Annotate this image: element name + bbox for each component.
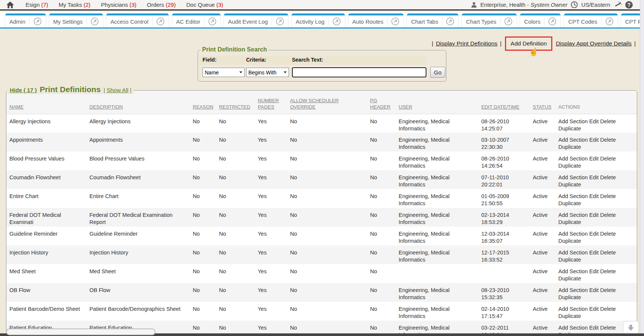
column-header[interactable]: REASON bbox=[190, 91, 216, 114]
open-in-window-icon[interactable] bbox=[391, 17, 399, 26]
help-icon[interactable]: ? bbox=[625, 1, 633, 9]
tab[interactable]: Audit Event Log bbox=[224, 14, 288, 27]
delete-link[interactable]: Delete bbox=[600, 268, 616, 274]
duplicate-link[interactable]: Duplicate bbox=[558, 219, 581, 225]
duplicate-link[interactable]: Duplicate bbox=[558, 257, 581, 263]
open-in-window-icon[interactable] bbox=[33, 17, 42, 26]
open-in-window-icon[interactable] bbox=[91, 17, 99, 26]
more-tabs-button[interactable] bbox=[623, 321, 639, 334]
edit-link[interactable]: Edit bbox=[589, 306, 599, 312]
delete-link[interactable]: Delete bbox=[600, 137, 616, 143]
home-icon[interactable] bbox=[6, 1, 14, 9]
open-in-window-icon[interactable] bbox=[446, 17, 454, 26]
column-header[interactable]: ACTIONS bbox=[555, 91, 637, 114]
edit-link[interactable]: Edit bbox=[589, 231, 599, 237]
go-button[interactable]: Go bbox=[430, 67, 445, 78]
search-text-input[interactable] bbox=[292, 67, 426, 77]
column-header[interactable]: NUMBER PAGES bbox=[255, 91, 287, 114]
top-nav-item[interactable]: My Tasks (2) bbox=[59, 2, 91, 8]
tab[interactable]: Chart Types bbox=[462, 14, 517, 27]
add-section-link[interactable]: Add Section bbox=[558, 268, 588, 274]
show-all-link[interactable]: Show All bbox=[107, 87, 128, 93]
edit-link[interactable]: Edit bbox=[589, 325, 599, 331]
top-nav-item[interactable]: Orders (29) bbox=[147, 2, 176, 8]
add-section-link[interactable]: Add Section bbox=[558, 118, 588, 124]
open-in-window-icon[interactable] bbox=[504, 17, 512, 26]
column-header[interactable]: EDIT DATE/TIME bbox=[478, 91, 530, 114]
add-section-link[interactable]: Add Section bbox=[558, 174, 588, 180]
column-header[interactable]: ALLOW SCHEDULER OVERRIDE bbox=[287, 91, 367, 114]
column-header[interactable]: PG HEADER bbox=[367, 91, 396, 114]
vertical-scrollbar[interactable] bbox=[640, 0, 644, 336]
add-section-link[interactable]: Add Section bbox=[558, 306, 588, 312]
duplicate-link[interactable]: Duplicate bbox=[558, 294, 581, 300]
open-in-window-icon[interactable] bbox=[156, 17, 165, 26]
duplicate-link[interactable]: Duplicate bbox=[558, 275, 581, 282]
edit-link[interactable]: Edit bbox=[589, 118, 599, 124]
duplicate-link[interactable]: Duplicate bbox=[558, 144, 581, 150]
tab[interactable]: Activity Log bbox=[292, 14, 345, 27]
delete-link[interactable]: Delete bbox=[600, 174, 616, 180]
tab[interactable]: My Settings bbox=[49, 14, 103, 27]
add-section-link[interactable]: Add Section bbox=[558, 287, 588, 293]
top-nav-item[interactable]: Esign (7) bbox=[26, 2, 48, 8]
delete-link[interactable]: Delete bbox=[600, 156, 616, 162]
column-header[interactable]: NAME bbox=[6, 91, 86, 114]
duplicate-link[interactable]: Duplicate bbox=[558, 163, 581, 169]
display-appt-override-details-link[interactable]: Display Appt Override Details bbox=[556, 40, 632, 47]
add-section-link[interactable]: Add Section bbox=[558, 212, 588, 218]
hide-link[interactable]: Hide ( 17 ) bbox=[10, 87, 37, 93]
edit-link[interactable]: Edit bbox=[589, 212, 599, 218]
tab[interactable]: Access Control bbox=[106, 14, 169, 27]
delete-link[interactable]: Delete bbox=[600, 306, 616, 312]
add-section-link[interactable]: Add Section bbox=[558, 156, 588, 162]
column-header[interactable]: USER bbox=[396, 91, 478, 114]
add-section-link[interactable]: Add Section bbox=[558, 137, 588, 143]
edit-link[interactable]: Edit bbox=[589, 174, 599, 180]
edit-link[interactable]: Edit bbox=[589, 137, 599, 143]
add-section-link[interactable]: Add Section bbox=[558, 231, 588, 237]
tab[interactable]: Colors bbox=[520, 14, 561, 27]
duplicate-link[interactable]: Duplicate bbox=[558, 238, 581, 244]
tab[interactable]: AC Editor bbox=[172, 14, 221, 27]
column-header[interactable]: RESTRICTED bbox=[216, 91, 255, 114]
duplicate-link[interactable]: Duplicate bbox=[558, 182, 581, 188]
add-section-link[interactable]: Add Section bbox=[558, 325, 588, 331]
open-in-window-icon[interactable] bbox=[276, 17, 284, 26]
open-in-window-icon[interactable] bbox=[605, 17, 614, 26]
tab[interactable]: Chart Tabs bbox=[407, 14, 458, 27]
delete-link[interactable]: Delete bbox=[600, 118, 616, 124]
add-section-link[interactable]: Add Section bbox=[558, 193, 588, 199]
delete-link[interactable]: Delete bbox=[600, 231, 616, 237]
delete-link[interactable]: Delete bbox=[600, 287, 616, 293]
magic-wand-icon[interactable] bbox=[614, 1, 622, 9]
top-nav-item[interactable]: Doc Queue (3) bbox=[186, 2, 223, 8]
clock-icon[interactable] bbox=[571, 1, 578, 8]
duplicate-link[interactable]: Duplicate bbox=[558, 126, 581, 132]
edit-link[interactable]: Edit bbox=[589, 250, 599, 256]
open-in-window-icon[interactable] bbox=[548, 17, 556, 26]
duplicate-link[interactable]: Duplicate bbox=[558, 313, 581, 319]
open-in-window-icon[interactable] bbox=[208, 17, 216, 26]
criteria-select[interactable]: Begins With bbox=[246, 68, 289, 77]
delete-link[interactable]: Delete bbox=[600, 212, 616, 218]
add-section-link[interactable]: Add Section bbox=[558, 250, 588, 256]
open-in-window-icon[interactable] bbox=[333, 17, 341, 26]
tab[interactable]: Auto Routes bbox=[348, 14, 404, 27]
display-print-definitions-link[interactable]: Display Print Definitions bbox=[436, 40, 497, 47]
tab[interactable]: Admin bbox=[5, 14, 46, 27]
edit-link[interactable]: Edit bbox=[589, 287, 599, 293]
column-header[interactable]: STATUS bbox=[530, 91, 555, 114]
field-select[interactable]: Name bbox=[203, 68, 245, 77]
horizontal-scrollbar-thumb[interactable] bbox=[6, 328, 156, 335]
edit-link[interactable]: Edit bbox=[589, 193, 599, 199]
timezone-label[interactable]: US/Eastern bbox=[581, 2, 610, 8]
tab[interactable]: CPT Codes bbox=[564, 14, 617, 27]
column-header[interactable]: DESCRIPTION bbox=[86, 91, 190, 114]
delete-link[interactable]: Delete bbox=[600, 193, 616, 199]
duplicate-link[interactable]: Duplicate bbox=[558, 200, 581, 206]
delete-link[interactable]: Delete bbox=[600, 250, 616, 256]
add-definition-link-highlighted[interactable]: Add Definition ☝ bbox=[505, 36, 553, 51]
edit-link[interactable]: Edit bbox=[589, 268, 599, 274]
top-nav-item[interactable]: Physicians (3) bbox=[101, 2, 136, 8]
